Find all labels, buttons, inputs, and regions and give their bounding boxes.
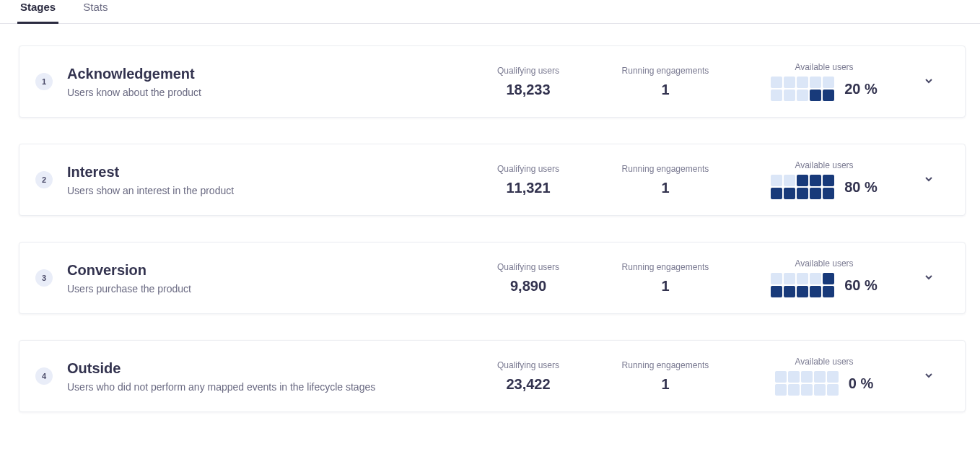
- expand-toggle[interactable]: [914, 370, 943, 383]
- availability-cell: [797, 90, 808, 101]
- metric-value: 1: [597, 82, 734, 98]
- qualifying-users-metric: Qualifying users 18,233: [460, 66, 597, 98]
- metric-value: 18,233: [460, 82, 597, 98]
- availability-cell: [810, 77, 821, 88]
- metric-value: 9,890: [460, 278, 597, 295]
- running-engagements-metric: Running engagements 1: [597, 262, 734, 295]
- availability-cell: [788, 384, 800, 396]
- stage-description: Users who did not perform any mapped eve…: [67, 381, 460, 393]
- metric-label: Available users: [795, 62, 853, 72]
- availability-grid: [771, 273, 834, 297]
- chevron-down-icon: [924, 173, 933, 186]
- availability-cell: [823, 286, 834, 297]
- availability-cell: [827, 371, 839, 383]
- availability-cell: [775, 371, 787, 383]
- availability-percent: 60 %: [844, 277, 878, 294]
- running-engagements-metric: Running engagements 1: [597, 164, 734, 196]
- stage-title: Acknowledgement: [67, 66, 460, 82]
- stage-title-block: Conversion Users purchase the product: [67, 262, 460, 295]
- availability-cell: [810, 188, 821, 199]
- stage-title-block: Outside Users who did not perform any ma…: [67, 360, 460, 393]
- metric-value: 1: [597, 376, 734, 393]
- stage-title: Interest: [67, 164, 460, 180]
- expand-toggle[interactable]: [914, 173, 943, 186]
- availability-cell: [801, 371, 813, 383]
- availability-cell: [823, 77, 834, 88]
- availability-cell: [784, 286, 795, 297]
- availability-cell: [827, 384, 839, 396]
- running-engagements-metric: Running engagements 1: [597, 66, 734, 98]
- chevron-down-icon: [924, 370, 933, 383]
- stage-card-acknowledgement[interactable]: 1 Acknowledgement Users know about the p…: [19, 45, 966, 118]
- availability-cell: [784, 175, 795, 186]
- metric-label: Qualifying users: [460, 66, 597, 76]
- tab-stages[interactable]: Stages: [17, 1, 58, 24]
- availability-cell: [771, 286, 782, 297]
- expand-toggle[interactable]: [914, 75, 943, 88]
- availability-cell: [797, 175, 808, 186]
- availability-cell: [771, 175, 782, 186]
- availability-grid: [771, 77, 834, 101]
- chevron-down-icon: [924, 271, 933, 284]
- stage-number-badge: 4: [35, 367, 53, 385]
- availability-grid: [771, 175, 834, 199]
- stage-description: Users know about the product: [67, 87, 460, 98]
- availability-cell: [823, 188, 834, 199]
- availability-cell: [771, 77, 782, 88]
- availability-cell: [823, 90, 834, 101]
- available-users-block: Available users 80 %: [734, 160, 914, 199]
- availability-grid: [775, 371, 839, 396]
- stage-description: Users show an interest in the product: [67, 185, 460, 196]
- availability-cell: [823, 175, 834, 186]
- availability-cell: [823, 273, 834, 284]
- availability-cell: [797, 286, 808, 297]
- tab-stats[interactable]: Stats: [80, 1, 110, 24]
- availability-percent: 0 %: [849, 375, 873, 392]
- metric-label: Running engagements: [597, 164, 734, 174]
- availability-cell: [814, 371, 826, 383]
- availability-cell: [810, 175, 821, 186]
- availability-percent: 20 %: [844, 81, 878, 97]
- metric-label: Running engagements: [597, 66, 734, 76]
- available-users-block: Available users 20 %: [734, 62, 914, 101]
- qualifying-users-metric: Qualifying users 9,890: [460, 262, 597, 295]
- metric-value: 1: [597, 278, 734, 295]
- metric-value: 23,422: [460, 376, 597, 393]
- available-users-block: Available users 0 %: [734, 357, 914, 396]
- availability-percent: 80 %: [844, 179, 878, 196]
- metric-label: Qualifying users: [460, 360, 597, 370]
- metric-label: Qualifying users: [460, 164, 597, 174]
- stage-card-conversion[interactable]: 3 Conversion Users purchase the product …: [19, 242, 966, 314]
- availability-cell: [771, 188, 782, 199]
- stage-card-outside[interactable]: 4 Outside Users who did not perform any …: [19, 340, 966, 412]
- availability-cell: [810, 273, 821, 284]
- metric-value: 11,321: [460, 180, 597, 196]
- stage-card-interest[interactable]: 2 Interest Users show an interest in the…: [19, 144, 966, 216]
- availability-cell: [771, 90, 782, 101]
- stage-title: Conversion: [67, 262, 460, 279]
- stage-number-badge: 3: [35, 269, 53, 287]
- stage-title-block: Acknowledgement Users know about the pro…: [67, 66, 460, 98]
- qualifying-users-metric: Qualifying users 23,422: [460, 360, 597, 393]
- stages-list: 1 Acknowledgement Users know about the p…: [0, 24, 980, 427]
- metric-label: Available users: [795, 258, 853, 269]
- availability-cell: [784, 90, 795, 101]
- metric-label: Running engagements: [597, 360, 734, 370]
- expand-toggle[interactable]: [914, 271, 943, 284]
- stage-title: Outside: [67, 360, 460, 377]
- availability-cell: [784, 273, 795, 284]
- metric-label: Available users: [795, 357, 853, 367]
- availability-cell: [814, 384, 826, 396]
- running-engagements-metric: Running engagements 1: [597, 360, 734, 393]
- tabs-bar: Stages Stats: [0, 0, 980, 24]
- availability-cell: [784, 77, 795, 88]
- availability-cell: [775, 384, 787, 396]
- chevron-down-icon: [924, 75, 933, 88]
- available-users-block: Available users 60 %: [734, 258, 914, 297]
- metric-label: Available users: [795, 160, 853, 170]
- availability-cell: [797, 273, 808, 284]
- availability-cell: [797, 77, 808, 88]
- qualifying-users-metric: Qualifying users 11,321: [460, 164, 597, 196]
- stage-number-badge: 1: [35, 73, 53, 90]
- stage-title-block: Interest Users show an interest in the p…: [67, 164, 460, 196]
